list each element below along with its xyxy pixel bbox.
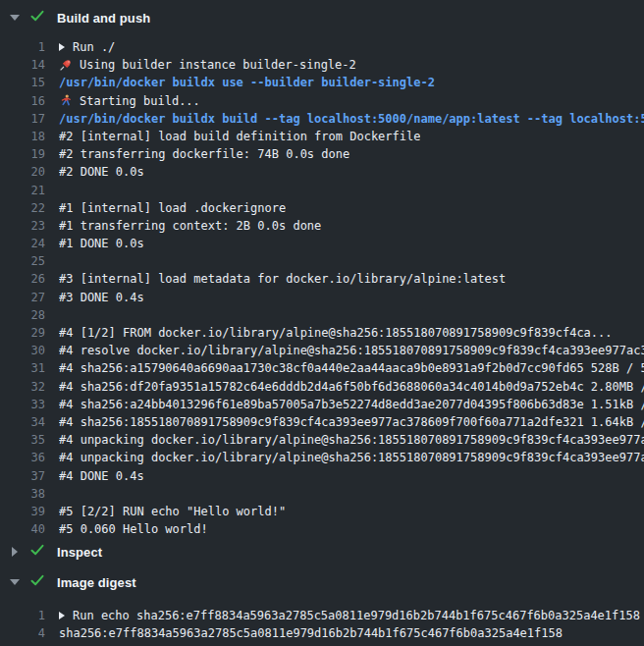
line-number[interactable]: 16 — [0, 92, 45, 110]
line-text: #1 transferring context: 2B 0.0s done — [59, 217, 321, 235]
log-line: 24 #1 DONE 0.0s — [0, 235, 644, 252]
line-number[interactable]: 38 — [0, 485, 45, 503]
expand-icon — [59, 612, 65, 619]
log-line: 31 #4 sha256:a15790640a6690aa1730c38cf0a… — [0, 359, 644, 377]
line-number[interactable]: 17 — [0, 110, 45, 128]
log-line: 21 — [0, 182, 644, 199]
line-number[interactable]: 1 — [0, 607, 45, 624]
log-line: 37 #4 DONE 0.4s — [0, 467, 644, 485]
log-line: 16 Starting build... — [0, 92, 644, 110]
log-line: 25 — [0, 252, 644, 270]
log-line: 30 #4 resolve docker.io/library/alpine@s… — [0, 342, 644, 359]
line-text: #4 sha256:a24bb4013296f61e89ba57005a7b3e… — [59, 396, 644, 413]
check-icon — [20, 542, 45, 562]
line-text: #4 sha256:a15790640a6690aa1730c38cf0a440… — [59, 359, 644, 377]
line-text: Starting build... — [59, 92, 200, 110]
log-line: 19 #2 transferring dockerfile: 74B 0.0s … — [0, 145, 644, 163]
log-line: 18 #2 [internal] load build definition f… — [0, 128, 644, 145]
log-line: 22 #1 [internal] load .dockerignore — [0, 199, 644, 217]
line-text[interactable]: Run echo sha256:e7ff8834a5963a2785c5a081… — [59, 607, 640, 624]
log-line: 15 /usr/bin/docker buildx use --builder … — [0, 74, 644, 91]
line-number[interactable]: 19 — [0, 145, 45, 163]
log-line: 39 #5 [2/2] RUN echo "Hello world!" — [0, 503, 644, 520]
line-number[interactable]: 25 — [0, 252, 45, 270]
line-number[interactable]: 15 — [0, 74, 45, 91]
caret-icon — [10, 547, 20, 557]
line-number[interactable]: 37 — [0, 467, 45, 485]
log-block-image-digest: 1 Run echo sha256:e7ff8834a5963a2785c5a0… — [0, 599, 644, 642]
section-title: Inspect — [57, 545, 102, 560]
log-line: 40 #5 0.060 Hello world! — [0, 520, 644, 538]
log-line: 38 — [0, 485, 644, 503]
line-text: #4 sha256:df20fa9351a15782c64e6dddb2d4a6… — [59, 378, 644, 396]
line-number[interactable]: 28 — [0, 306, 45, 324]
runner-icon — [59, 94, 72, 107]
log-line: 28 — [0, 306, 644, 324]
line-text: #5 [2/2] RUN echo "Hello world!" — [59, 503, 286, 520]
log-line: 32 #4 sha256:df20fa9351a15782c64e6dddb2d… — [0, 378, 644, 396]
line-text: #4 unpacking docker.io/library/alpine@sh… — [59, 431, 644, 449]
log-line: 14 Using builder instance builder-single… — [0, 56, 644, 74]
line-number[interactable]: 39 — [0, 503, 45, 520]
log-line: 34 #4 sha256:185518070891758909c9f839cf4… — [0, 413, 644, 431]
check-icon — [20, 8, 45, 27]
line-number[interactable]: 33 — [0, 396, 45, 413]
line-number[interactable]: 40 — [0, 520, 45, 538]
line-text: /usr/bin/docker buildx build --tag local… — [59, 110, 644, 128]
log-line: 20 #2 DONE 0.0s — [0, 163, 644, 181]
line-text: #1 DONE 0.0s — [59, 235, 144, 252]
line-number[interactable]: 21 — [0, 182, 45, 199]
line-text: #4 [1/2] FROM docker.io/library/alpine@s… — [59, 324, 613, 342]
line-text: #2 DONE 0.0s — [59, 163, 144, 181]
log-line: 29 #4 [1/2] FROM docker.io/library/alpin… — [0, 324, 644, 342]
line-text: #4 sha256:185518070891758909c9f839cf4ca3… — [59, 413, 644, 431]
line-number[interactable]: 29 — [0, 324, 45, 342]
pin-icon — [59, 59, 72, 72]
line-number[interactable]: 34 — [0, 413, 45, 431]
line-text: #3 [internal] load metadata for docker.i… — [59, 270, 506, 288]
log-line: 17 /usr/bin/docker buildx build --tag lo… — [0, 110, 644, 128]
line-number[interactable]: 32 — [0, 378, 45, 396]
line-text: #2 transferring dockerfile: 74B 0.0s don… — [59, 145, 349, 163]
line-number[interactable]: 23 — [0, 217, 45, 235]
log-line: 4 sha256:e7ff8834a5963a2785c5a0811e979d1… — [0, 624, 644, 642]
line-number[interactable]: 4 — [0, 624, 45, 642]
line-text: Using builder instance builder-single-2 — [59, 56, 356, 74]
caret-icon — [10, 15, 20, 21]
line-text: #4 DONE 0.4s — [59, 467, 144, 485]
section-header-build-and-push[interactable]: Build and push — [0, 0, 644, 35]
section-header-inspect[interactable]: Inspect — [0, 538, 644, 565]
line-number[interactable]: 1 — [0, 38, 45, 56]
log-group-line: 1 Run echo sha256:e7ff8834a5963a2785c5a0… — [0, 607, 644, 624]
log-line: 33 #4 sha256:a24bb4013296f61e89ba57005a7… — [0, 396, 644, 413]
line-number[interactable]: 35 — [0, 431, 45, 449]
log-line: 36 #4 unpacking docker.io/library/alpine… — [0, 449, 644, 466]
section-title: Build and push — [57, 11, 150, 26]
line-text: #2 [internal] load build definition from… — [59, 128, 420, 145]
line-text: #1 [internal] load .dockerignore — [59, 199, 286, 217]
expand-icon — [59, 43, 65, 51]
log-group-line: 1 Run ./ — [0, 38, 644, 56]
line-number[interactable]: 36 — [0, 449, 45, 466]
log-line: 27 #3 DONE 0.4s — [0, 289, 644, 306]
section-title: Image digest — [57, 575, 136, 590]
line-number[interactable]: 18 — [0, 128, 45, 145]
log-line: 26 #3 [internal] load metadata for docke… — [0, 270, 644, 288]
line-text: #4 unpacking docker.io/library/alpine@sh… — [59, 449, 644, 466]
log-line: 35 #4 unpacking docker.io/library/alpine… — [0, 431, 644, 449]
line-text: #5 0.060 Hello world! — [59, 520, 208, 538]
line-text: sha256:e7ff8834a5963a2785c5a0811e979d16b… — [59, 624, 563, 642]
line-number[interactable]: 26 — [0, 270, 45, 288]
section-header-image-digest[interactable]: Image digest — [0, 565, 644, 599]
line-number[interactable]: 14 — [0, 56, 45, 74]
line-number[interactable]: 27 — [0, 289, 45, 306]
line-text[interactable]: Run ./ — [59, 38, 115, 56]
log-line: 23 #1 transferring context: 2B 0.0s done — [0, 217, 644, 235]
line-number[interactable]: 30 — [0, 342, 45, 359]
check-icon — [20, 572, 45, 592]
line-number[interactable]: 31 — [0, 359, 45, 377]
line-number[interactable]: 22 — [0, 199, 45, 217]
line-number[interactable]: 24 — [0, 235, 45, 252]
line-text: #4 resolve docker.io/library/alpine@sha2… — [59, 342, 644, 359]
line-number[interactable]: 20 — [0, 163, 45, 181]
